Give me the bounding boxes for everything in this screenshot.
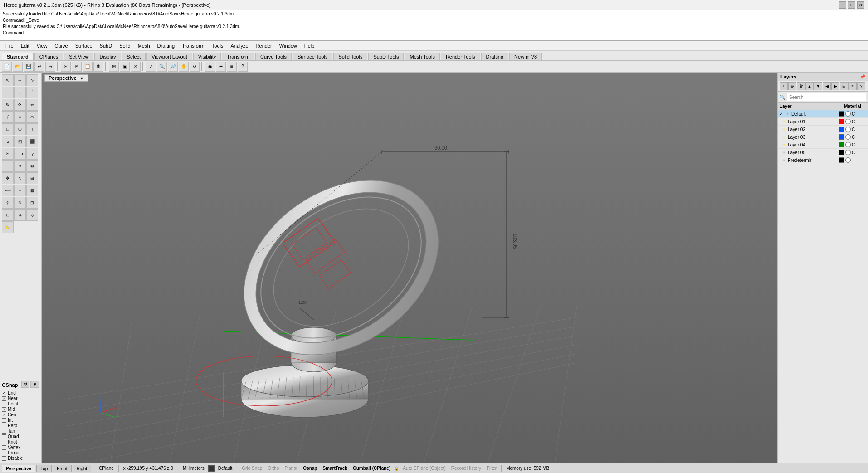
osnap-end-check[interactable] (2, 391, 6, 395)
menu-curve[interactable]: Curve (51, 42, 71, 49)
tool-undo[interactable]: ↩ (34, 62, 44, 72)
menu-tools[interactable]: Tools (208, 42, 227, 49)
layer-right-btn[interactable]: ▶ (831, 82, 839, 90)
viewport-label[interactable]: Perspective ▼ (44, 74, 88, 82)
tool-point[interactable]: · (2, 87, 14, 98)
tool-circle[interactable]: ○ (14, 111, 26, 123)
layers-panel-pin[interactable]: 📌 (860, 74, 865, 79)
osnap-cen[interactable]: Cen (2, 412, 39, 417)
layer-row-03[interactable]: ☀ Layer 03 C (778, 133, 868, 141)
status-recordhistory[interactable]: Record History (449, 466, 484, 471)
tool-solid[interactable]: ⬛ (26, 136, 38, 147)
tab-cplanes[interactable]: CPlanes (34, 53, 63, 60)
osnap-near[interactable]: Near (2, 396, 39, 401)
tool-subd-edit[interactable]: ◈ (14, 209, 26, 221)
menu-transform[interactable]: Transform (178, 42, 208, 49)
layer-row-default[interactable]: ✓ ☀ Default C (778, 110, 868, 118)
tool-join[interactable]: ⊕ (14, 160, 26, 172)
tool-lights[interactable]: ☀ (216, 62, 226, 72)
layer-add-sublayer-btn[interactable]: ⊕ (788, 82, 796, 90)
status-tab-top[interactable]: Top (36, 465, 52, 472)
osnap-tan[interactable]: Tan (2, 429, 39, 434)
tool-rotate2d[interactable]: ↻ (2, 99, 14, 111)
tool-arc[interactable]: ⌒ (26, 87, 38, 98)
layer-light-01[interactable]: ☀ (781, 119, 786, 124)
status-osnap[interactable]: Osnap (300, 466, 320, 471)
tab-viewport-layout[interactable]: Viewport Layout (146, 53, 192, 60)
menu-subd[interactable]: SubD (96, 42, 116, 49)
layer-help-btn[interactable]: ? (857, 82, 865, 90)
guitar-base[interactable] (241, 365, 368, 417)
status-tab-perspective[interactable]: Perspective (2, 465, 35, 472)
osnap-vertex[interactable]: Vertex (2, 445, 39, 450)
menu-solid[interactable]: Solid (116, 42, 134, 49)
menu-render[interactable]: Render (252, 42, 276, 49)
osnap-disable[interactable]: Disable (2, 456, 39, 461)
layer-light-03[interactable]: ☀ (781, 134, 786, 140)
tool-edit-pts[interactable]: ⊕ (14, 197, 26, 209)
tool-select-all[interactable]: ⊞ (109, 62, 119, 72)
viewport-canvas[interactable]: 30.00 103.95 1.06 (42, 73, 777, 463)
layer-row-02[interactable]: ☀ Layer 02 C (778, 126, 868, 133)
search-input[interactable] (787, 93, 866, 101)
tool-save[interactable]: 💾 (24, 62, 34, 72)
tab-surface-tools[interactable]: Surface Tools (293, 53, 332, 60)
tab-select[interactable]: Select (122, 53, 146, 60)
viewport-area[interactable]: Perspective ▼ (42, 73, 777, 463)
tab-setview[interactable]: Set View (64, 53, 93, 60)
status-tab-right[interactable]: Right (73, 465, 91, 472)
layer-add-btn[interactable]: + (780, 82, 788, 90)
layer-light-predetermir[interactable]: ☀ (781, 157, 786, 163)
tool-mirror[interactable]: ⇔ (26, 99, 38, 111)
tab-standard[interactable]: Standard (2, 53, 34, 60)
status-ortho[interactable]: Ortho (265, 466, 282, 471)
layer-light-02[interactable]: ☀ (781, 127, 786, 132)
layer-color-predetermir[interactable] (839, 157, 844, 163)
tab-drafting[interactable]: Drafting (481, 53, 509, 60)
status-tab-front[interactable]: Front (53, 465, 71, 472)
tool-paste[interactable]: 📋 (83, 62, 93, 72)
osnap-tan-check[interactable] (2, 429, 6, 434)
tool-redo[interactable]: ↪ (45, 62, 55, 72)
layer-color-01[interactable] (839, 119, 844, 124)
tool-select[interactable]: ↖ (2, 74, 14, 86)
command-prompt[interactable]: Command: (3, 30, 865, 36)
tool-open[interactable]: 📂 (13, 62, 23, 72)
tool-mesh-edit[interactable]: ⊟ (2, 209, 14, 221)
osnap-end[interactable]: End (2, 390, 39, 395)
layer-light-04[interactable]: ☀ (781, 142, 786, 147)
tool-hatch[interactable]: ≡ (14, 185, 26, 196)
osnap-quad-check[interactable] (2, 434, 6, 439)
osnap-project[interactable]: Project (2, 450, 39, 455)
tool-offset[interactable]: ⊠ (26, 160, 38, 172)
tab-display[interactable]: Display (94, 53, 121, 60)
layer-color-04[interactable] (839, 142, 844, 147)
tool-move[interactable]: ✥ (2, 172, 14, 184)
layer-row-01[interactable]: ☀ Layer 01 C (778, 118, 868, 126)
viewport-dropdown-icon[interactable]: ▼ (80, 76, 84, 81)
osnap-knot-check[interactable] (2, 440, 6, 444)
tab-new-v8[interactable]: New in V8 (509, 53, 542, 60)
tab-solid-tools[interactable]: Solid Tools (333, 53, 367, 60)
status-cplane[interactable]: CPlane (96, 466, 117, 471)
osnap-mid-check[interactable] (2, 407, 6, 412)
osnap-perp-check[interactable] (2, 424, 6, 428)
osnap-perp[interactable]: Perp (2, 423, 39, 428)
tool-scale[interactable]: ⤡ (14, 172, 26, 184)
osnap-reset-btn[interactable]: ↺ (21, 381, 29, 388)
tool-trim[interactable]: ✂ (2, 148, 14, 160)
tab-curve-tools[interactable]: Curve Tools (255, 53, 292, 60)
osnap-int[interactable]: Int (2, 418, 39, 423)
osnap-near-check[interactable] (2, 396, 6, 401)
menu-file[interactable]: File (2, 42, 17, 49)
tab-render-tools[interactable]: Render Tools (441, 53, 480, 60)
osnap-int-check[interactable] (2, 418, 6, 423)
tool-new[interactable]: 📄 (2, 62, 12, 72)
menu-surface[interactable]: Surface (72, 42, 96, 49)
tool-rotate3d[interactable]: ⟳ (14, 99, 26, 111)
layer-color-02[interactable] (839, 127, 844, 132)
layer-cols-btn[interactable]: ≡ (848, 82, 857, 90)
tool-cut[interactable]: ✂ (61, 62, 71, 72)
tool-extend[interactable]: ⟶ (14, 148, 26, 160)
status-filter[interactable]: Filter (484, 466, 499, 471)
